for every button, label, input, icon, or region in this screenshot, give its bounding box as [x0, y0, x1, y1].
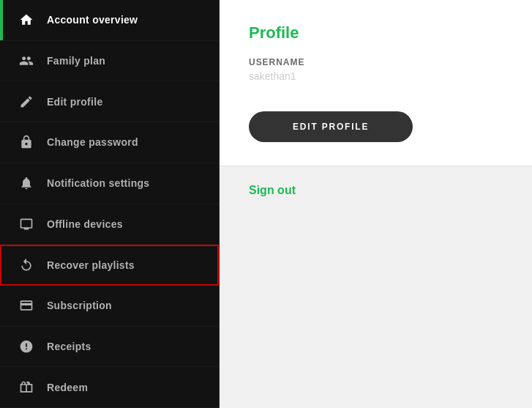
profile-title: Profile: [249, 23, 503, 42]
pencil-icon: [18, 93, 35, 111]
sidebar-item-change-password[interactable]: Change password: [0, 122, 219, 163]
sidebar-item-subscription[interactable]: Subscription: [0, 286, 219, 327]
sidebar: Account overview Family plan Edit profil…: [0, 0, 220, 408]
sidebar-item-label: Account overview: [47, 14, 138, 26]
receipts-icon: [18, 338, 35, 355]
sidebar-item-label: Offline devices: [47, 218, 123, 230]
profile-section: Profile Username sakethan1 EDIT PROFILE: [220, 0, 532, 166]
sidebar-item-label: Change password: [47, 136, 138, 148]
offline-icon: [18, 215, 35, 233]
sidebar-item-family-plan[interactable]: Family plan: [0, 41, 219, 82]
sidebar-item-label: Notification settings: [47, 177, 149, 189]
bottom-section-title: Sign out: [249, 184, 503, 197]
sidebar-item-offline-devices[interactable]: Offline devices: [0, 204, 219, 245]
sidebar-item-label: Receipts: [47, 341, 91, 352]
family-icon: [18, 52, 35, 70]
sidebar-item-notification-settings[interactable]: Notification settings: [0, 163, 219, 204]
sidebar-item-edit-profile[interactable]: Edit profile: [0, 81, 219, 122]
bell-icon: [18, 174, 35, 192]
main-content: Profile Username sakethan1 EDIT PROFILE …: [220, 0, 532, 408]
sidebar-item-receipts[interactable]: Receipts: [0, 327, 219, 368]
lock-icon: [18, 133, 35, 151]
bottom-section: Sign out: [220, 166, 532, 408]
sidebar-item-label: Edit profile: [47, 96, 102, 108]
username-label: Username: [249, 57, 503, 67]
sidebar-item-account-overview[interactable]: Account overview: [0, 0, 219, 41]
sidebar-item-label: Subscription: [47, 300, 112, 311]
home-icon: [18, 11, 35, 29]
recover-icon: [18, 256, 35, 274]
redeem-icon: [18, 379, 35, 396]
sidebar-item-label: Family plan: [47, 55, 105, 67]
sidebar-item-label: Redeem: [47, 382, 88, 393]
sidebar-item-label: Recover playlists: [47, 259, 135, 271]
edit-profile-button[interactable]: EDIT PROFILE: [249, 111, 413, 142]
subscription-icon: [18, 297, 35, 314]
sidebar-item-redeem[interactable]: Redeem: [0, 367, 219, 408]
username-value: sakethan1: [249, 70, 503, 82]
sidebar-item-recover-playlists[interactable]: Recover playlists: [0, 245, 219, 286]
